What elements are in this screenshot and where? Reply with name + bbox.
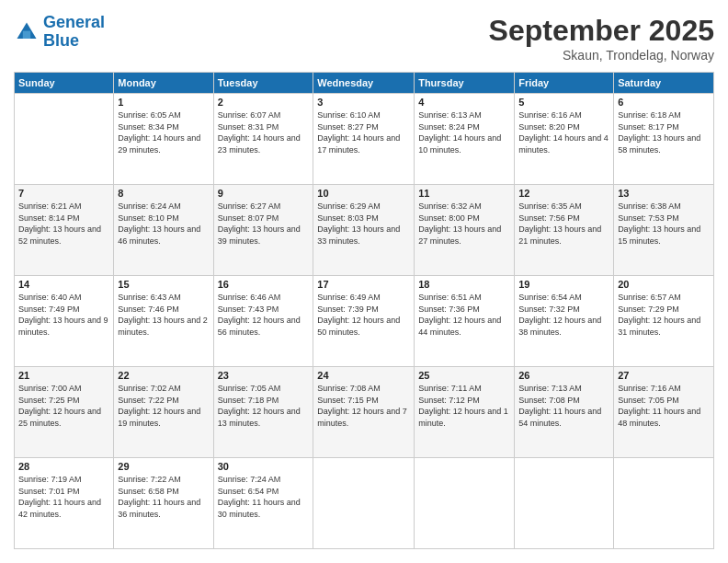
day-number: 2 — [218, 97, 310, 108]
table-row: 20 Sunrise: 6:57 AMSunset: 7:29 PMDaylig… — [614, 276, 714, 367]
table-row — [515, 458, 614, 549]
day-number: 21 — [18, 370, 109, 381]
header-friday: Friday — [515, 73, 614, 94]
day-info: Sunrise: 6:24 AMSunset: 8:10 PMDaylight:… — [118, 201, 209, 247]
table-row: 17 Sunrise: 6:49 AMSunset: 7:39 PMDaylig… — [313, 276, 415, 367]
day-number: 14 — [18, 279, 109, 290]
day-number: 10 — [317, 188, 410, 199]
day-info: Sunrise: 7:13 AMSunset: 7:08 PMDaylight:… — [518, 383, 609, 429]
day-number: 17 — [317, 279, 410, 290]
day-number: 19 — [518, 279, 609, 290]
table-row — [15, 94, 114, 185]
table-row: 13 Sunrise: 6:38 AMSunset: 7:53 PMDaylig… — [614, 185, 714, 276]
day-info: Sunrise: 7:11 AMSunset: 7:12 PMDaylight:… — [418, 383, 510, 429]
day-number: 18 — [418, 279, 510, 290]
table-row: 2 Sunrise: 6:07 AMSunset: 8:31 PMDayligh… — [213, 94, 313, 185]
day-info: Sunrise: 7:08 AMSunset: 7:15 PMDaylight:… — [317, 383, 410, 429]
table-row: 14 Sunrise: 6:40 AMSunset: 7:49 PMDaylig… — [15, 276, 114, 367]
table-row: 8 Sunrise: 6:24 AMSunset: 8:10 PMDayligh… — [114, 185, 213, 276]
day-info: Sunrise: 6:10 AMSunset: 8:27 PMDaylight:… — [317, 109, 410, 155]
table-row: 21 Sunrise: 7:00 AMSunset: 7:25 PMDaylig… — [15, 367, 114, 458]
header-wednesday: Wednesday — [313, 73, 415, 94]
table-row: 28 Sunrise: 7:19 AMSunset: 7:01 PMDaylig… — [15, 458, 114, 549]
day-number: 16 — [218, 279, 310, 290]
table-row: 9 Sunrise: 6:27 AMSunset: 8:07 PMDayligh… — [213, 185, 313, 276]
svg-rect-1 — [23, 30, 30, 38]
table-row: 5 Sunrise: 6:16 AMSunset: 8:20 PMDayligh… — [515, 94, 614, 185]
day-number: 11 — [418, 188, 510, 199]
day-number: 9 — [218, 188, 310, 199]
day-number: 13 — [618, 188, 710, 199]
day-info: Sunrise: 6:16 AMSunset: 8:20 PMDaylight:… — [518, 109, 609, 155]
day-info: Sunrise: 6:27 AMSunset: 8:07 PMDaylight:… — [218, 201, 310, 247]
day-info: Sunrise: 6:13 AMSunset: 8:24 PMDaylight:… — [418, 109, 510, 155]
day-info: Sunrise: 7:19 AMSunset: 7:01 PMDaylight:… — [18, 474, 109, 520]
day-info: Sunrise: 6:49 AMSunset: 7:39 PMDaylight:… — [317, 292, 410, 338]
table-row: 27 Sunrise: 7:16 AMSunset: 7:05 PMDaylig… — [614, 367, 714, 458]
table-row: 18 Sunrise: 6:51 AMSunset: 7:36 PMDaylig… — [415, 276, 515, 367]
day-number: 26 — [518, 370, 609, 381]
day-info: Sunrise: 6:18 AMSunset: 8:17 PMDaylight:… — [618, 109, 710, 155]
calendar-table: Sunday Monday Tuesday Wednesday Thursday… — [14, 72, 714, 549]
table-row: 15 Sunrise: 6:43 AMSunset: 7:46 PMDaylig… — [114, 276, 213, 367]
calendar-week-row: 28 Sunrise: 7:19 AMSunset: 7:01 PMDaylig… — [15, 458, 714, 549]
table-row: 7 Sunrise: 6:21 AMSunset: 8:14 PMDayligh… — [15, 185, 114, 276]
day-number: 6 — [618, 97, 710, 108]
day-number: 4 — [418, 97, 510, 108]
day-info: Sunrise: 7:24 AMSunset: 6:54 PMDaylight:… — [218, 474, 310, 520]
logo-text: General Blue — [43, 14, 105, 51]
table-row — [614, 458, 714, 549]
table-row: 25 Sunrise: 7:11 AMSunset: 7:12 PMDaylig… — [415, 367, 515, 458]
day-info: Sunrise: 6:35 AMSunset: 7:56 PMDaylight:… — [518, 201, 609, 247]
day-number: 24 — [317, 370, 410, 381]
day-number: 15 — [118, 279, 209, 290]
table-row — [415, 458, 515, 549]
calendar-week-row: 1 Sunrise: 6:05 AMSunset: 8:34 PMDayligh… — [15, 94, 714, 185]
day-info: Sunrise: 6:40 AMSunset: 7:49 PMDaylight:… — [18, 292, 109, 338]
table-row: 19 Sunrise: 6:54 AMSunset: 7:32 PMDaylig… — [515, 276, 614, 367]
day-info: Sunrise: 6:54 AMSunset: 7:32 PMDaylight:… — [518, 292, 609, 338]
logo-icon — [14, 19, 40, 45]
month-title: September 2025 — [489, 14, 714, 48]
table-row: 30 Sunrise: 7:24 AMSunset: 6:54 PMDaylig… — [213, 458, 313, 549]
day-info: Sunrise: 6:32 AMSunset: 8:00 PMDaylight:… — [418, 201, 510, 247]
day-number: 27 — [618, 370, 710, 381]
page: General Blue September 2025 Skaun, Trond… — [0, 0, 728, 563]
table-row: 24 Sunrise: 7:08 AMSunset: 7:15 PMDaylig… — [313, 367, 415, 458]
day-info: Sunrise: 6:46 AMSunset: 7:43 PMDaylight:… — [218, 292, 310, 338]
day-info: Sunrise: 7:02 AMSunset: 7:22 PMDaylight:… — [118, 383, 209, 429]
table-row: 6 Sunrise: 6:18 AMSunset: 8:17 PMDayligh… — [614, 94, 714, 185]
day-number: 3 — [317, 97, 410, 108]
table-row: 12 Sunrise: 6:35 AMSunset: 7:56 PMDaylig… — [515, 185, 614, 276]
day-number: 30 — [218, 461, 310, 472]
day-info: Sunrise: 7:16 AMSunset: 7:05 PMDaylight:… — [618, 383, 710, 429]
table-row: 3 Sunrise: 6:10 AMSunset: 8:27 PMDayligh… — [313, 94, 415, 185]
day-info: Sunrise: 7:22 AMSunset: 6:58 PMDaylight:… — [118, 474, 209, 520]
day-number: 1 — [118, 97, 209, 108]
calendar-week-row: 21 Sunrise: 7:00 AMSunset: 7:25 PMDaylig… — [15, 367, 714, 458]
day-number: 8 — [118, 188, 209, 199]
header-sunday: Sunday — [15, 73, 114, 94]
table-row: 29 Sunrise: 7:22 AMSunset: 6:58 PMDaylig… — [114, 458, 213, 549]
day-info: Sunrise: 6:07 AMSunset: 8:31 PMDaylight:… — [218, 109, 310, 155]
day-info: Sunrise: 6:21 AMSunset: 8:14 PMDaylight:… — [18, 201, 109, 247]
logo: General Blue — [14, 14, 105, 51]
table-row: 22 Sunrise: 7:02 AMSunset: 7:22 PMDaylig… — [114, 367, 213, 458]
table-row: 23 Sunrise: 7:05 AMSunset: 7:18 PMDaylig… — [213, 367, 313, 458]
day-number: 20 — [618, 279, 710, 290]
day-info: Sunrise: 6:05 AMSunset: 8:34 PMDaylight:… — [118, 109, 209, 155]
day-info: Sunrise: 6:57 AMSunset: 7:29 PMDaylight:… — [618, 292, 710, 338]
location: Skaun, Trondelag, Norway — [489, 48, 714, 63]
day-info: Sunrise: 6:43 AMSunset: 7:46 PMDaylight:… — [118, 292, 209, 338]
header: General Blue September 2025 Skaun, Trond… — [14, 14, 714, 63]
calendar-week-row: 7 Sunrise: 6:21 AMSunset: 8:14 PMDayligh… — [15, 185, 714, 276]
day-info: Sunrise: 7:00 AMSunset: 7:25 PMDaylight:… — [18, 383, 109, 429]
table-row: 10 Sunrise: 6:29 AMSunset: 8:03 PMDaylig… — [313, 185, 415, 276]
table-row — [313, 458, 415, 549]
table-row: 11 Sunrise: 6:32 AMSunset: 8:00 PMDaylig… — [415, 185, 515, 276]
day-number: 23 — [218, 370, 310, 381]
header-saturday: Saturday — [614, 73, 714, 94]
header-row: Sunday Monday Tuesday Wednesday Thursday… — [15, 73, 714, 94]
day-number: 5 — [518, 97, 609, 108]
day-number: 28 — [18, 461, 109, 472]
